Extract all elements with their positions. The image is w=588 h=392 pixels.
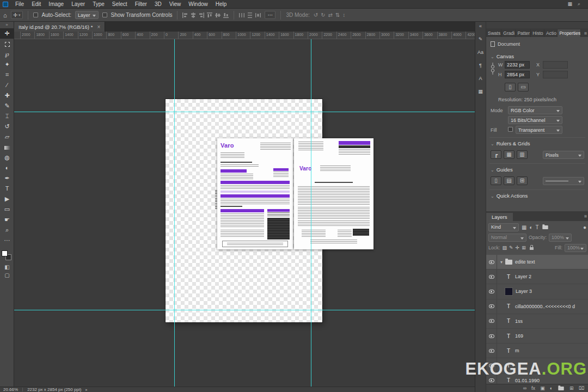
- layer-row[interactable]: T169: [486, 329, 588, 344]
- 3d-drag-icon[interactable]: ⇄: [328, 12, 333, 18]
- zoom-level[interactable]: 20.66%: [3, 387, 18, 392]
- layer-row[interactable]: Tcilla0000000..<<<<<<<<0 d: [486, 299, 588, 314]
- type-tool[interactable]: T: [0, 183, 14, 194]
- filter-group-layers-icon[interactable]: [542, 225, 548, 229]
- 3d-orbit-icon[interactable]: ↺: [314, 12, 318, 18]
- hand-tool[interactable]: ☛: [0, 215, 14, 225]
- width-field[interactable]: 2232 px: [505, 61, 530, 69]
- canvas-viewport[interactable]: Varo: [14, 39, 475, 387]
- panel-tab-swats[interactable]: Swats: [486, 29, 501, 37]
- adjustment-layer-icon[interactable]: ◐: [550, 385, 553, 391]
- layer-row[interactable]: Tm: [486, 344, 588, 358]
- show-transform-checkbox[interactable]: [102, 13, 107, 17]
- guides-section-header[interactable]: ⌄Guides: [491, 167, 513, 173]
- visibility-toggle[interactable]: [486, 299, 497, 314]
- menu-file[interactable]: File: [11, 0, 28, 8]
- guide-vertical[interactable]: [311, 39, 311, 387]
- lasso-tool[interactable]: ℘: [0, 49, 14, 59]
- crop-tool[interactable]: ⌗: [0, 70, 14, 80]
- brush-tool[interactable]: ✎: [0, 101, 14, 111]
- document-tab[interactable]: Italy id.psd @ 20.7% (RGB/16) * ×: [14, 22, 105, 32]
- guide-horizontal[interactable]: [14, 112, 475, 112]
- brush-settings-icon[interactable]: ✎: [479, 36, 483, 42]
- swatches-panel-icon[interactable]: ▦: [478, 89, 483, 95]
- blur-tool[interactable]: ◍: [0, 152, 14, 163]
- panel-tab-properties[interactable]: Properties: [558, 29, 581, 37]
- new-group-icon[interactable]: [558, 386, 564, 390]
- visibility-toggle[interactable]: [486, 329, 497, 343]
- align-horizontal-centers-icon[interactable]: [191, 13, 196, 18]
- history-brush-tool[interactable]: ↺: [0, 121, 14, 132]
- menu-type[interactable]: Type: [89, 0, 108, 8]
- layer-name[interactable]: m: [515, 348, 519, 353]
- panel-tab-actio[interactable]: Actio: [544, 29, 558, 37]
- menu-layer[interactable]: Layer: [68, 0, 89, 8]
- visibility-toggle[interactable]: [486, 314, 497, 328]
- eyedropper-tool[interactable]: ∕: [0, 80, 14, 90]
- toggle-grid-button[interactable]: ▦: [504, 150, 514, 159]
- blend-mode-dropdown[interactable]: Normal: [488, 234, 526, 242]
- 3d-roll-icon[interactable]: ↻: [321, 12, 325, 18]
- foreground-color-swatch[interactable]: [2, 250, 8, 256]
- align-bottom-edges-icon[interactable]: [223, 13, 229, 18]
- lock-image-pixels-icon[interactable]: ✎: [509, 245, 513, 250]
- rectangle-tool[interactable]: ▭: [0, 204, 14, 215]
- new-layer-icon[interactable]: ⊞: [569, 385, 574, 391]
- menu-view[interactable]: View: [166, 0, 185, 8]
- landscape-orientation-button[interactable]: ▭: [518, 83, 529, 91]
- gradient-tool[interactable]: [0, 142, 14, 152]
- align-right-edges-icon[interactable]: [199, 13, 204, 18]
- rulers-grids-section-header[interactable]: ⌄Rulers & Grids: [491, 140, 530, 146]
- workspace-icon[interactable]: ▦: [567, 1, 572, 7]
- toolbar-collapse-icon[interactable]: »: [0, 22, 14, 28]
- clone-stamp-tool[interactable]: ⌶: [0, 111, 14, 121]
- lock-guides-button[interactable]: ⊞: [517, 176, 528, 185]
- toggle-snap-button[interactable]: ▥: [517, 150, 528, 159]
- toggle-guides-button[interactable]: ▯: [491, 176, 501, 185]
- auto-select-target-dropdown[interactable]: Layer: [75, 11, 99, 19]
- tab-layers[interactable]: Layers: [486, 213, 513, 221]
- close-icon[interactable]: ×: [97, 24, 100, 30]
- filter-pixel-layers-icon[interactable]: ▦: [522, 224, 526, 230]
- visibility-toggle[interactable]: [486, 255, 497, 269]
- visibility-toggle[interactable]: [486, 284, 497, 298]
- layer-row[interactable]: TLayer 2: [486, 270, 588, 284]
- distribute-horizontal-icon[interactable]: [239, 13, 244, 18]
- status-options-icon[interactable]: ▸: [85, 388, 88, 392]
- portrait-orientation-button[interactable]: ▯: [505, 83, 516, 91]
- menu-image[interactable]: Image: [45, 0, 68, 8]
- character-panel-icon[interactable]: Aa: [477, 50, 483, 56]
- more-options-button[interactable]: ⋯: [265, 11, 275, 19]
- layer-fill-dropdown[interactable]: 100%: [565, 244, 586, 252]
- align-vertical-centers-icon[interactable]: [215, 13, 220, 18]
- glyphs-panel-icon[interactable]: A: [479, 76, 482, 82]
- group-caret-icon[interactable]: ▾: [500, 260, 503, 265]
- layer-effects-icon[interactable]: fx: [531, 385, 535, 391]
- guide-style-dropdown[interactable]: [543, 177, 584, 185]
- layer-mask-icon[interactable]: ▣: [540, 385, 545, 391]
- layer-name[interactable]: edite text: [515, 259, 535, 265]
- zoom-tool[interactable]: ⌕: [0, 225, 14, 235]
- menu-3d[interactable]: 3D: [151, 0, 166, 8]
- auto-select-checkbox[interactable]: [33, 13, 38, 17]
- menu-select[interactable]: Select: [108, 0, 131, 8]
- panel-tab-patter[interactable]: Patter: [516, 29, 531, 37]
- align-top-edges-icon[interactable]: [207, 13, 212, 18]
- layer-row[interactable]: Layer 3: [486, 284, 588, 299]
- panel-tab-gradi[interactable]: Gradi: [501, 29, 516, 37]
- menu-edit[interactable]: Edit: [28, 0, 45, 8]
- layer-name[interactable]: 169: [515, 333, 523, 339]
- color-swatches[interactable]: [0, 250, 14, 263]
- current-tool-preview[interactable]: ✛ ▾: [11, 11, 23, 19]
- height-field[interactable]: 2854 px: [505, 71, 530, 78]
- link-layers-icon[interactable]: ∞: [523, 385, 526, 391]
- guide-layout-button[interactable]: ▤: [504, 176, 514, 185]
- layer-row[interactable]: T1ss: [486, 314, 588, 329]
- visibility-toggle[interactable]: [486, 270, 497, 284]
- 3d-slide-icon[interactable]: ⇅: [335, 12, 340, 18]
- fill-swatch[interactable]: [508, 127, 513, 132]
- fill-dropdown[interactable]: Transparent: [516, 126, 562, 134]
- layers-panel-menu-icon[interactable]: ≡: [584, 213, 587, 219]
- canvas-section-header[interactable]: ⌄Canvas: [491, 53, 514, 59]
- color-mode-dropdown[interactable]: RGB Color: [508, 106, 562, 114]
